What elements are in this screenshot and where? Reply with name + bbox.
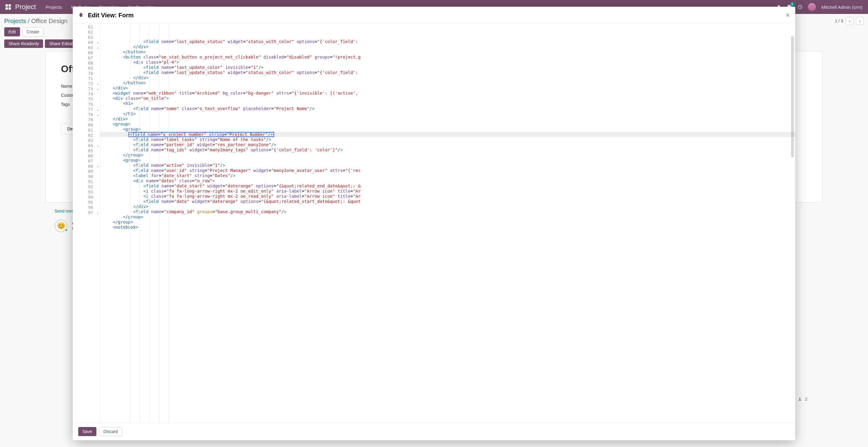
code-line-69[interactable]: </button> <box>100 80 795 86</box>
code-line-80[interactable]: <field name="label_tasks" string="Name o… <box>100 137 795 142</box>
message-count: 5 <box>790 2 795 6</box>
code-line-70[interactable]: </div> <box>100 86 795 91</box>
edit-view-modal: Edit View: Form × 61626364▾65▾6667686970… <box>73 7 795 238</box>
code-line-97[interactable]: <notebook> <box>100 225 795 230</box>
activity-icon[interactable] <box>798 4 803 9</box>
code-line-77[interactable]: <group> <box>100 122 795 127</box>
code-line-73[interactable]: <h1> <box>100 101 795 106</box>
code-line-82[interactable]: <field name="tag_ids" widget="many2many_… <box>100 147 795 152</box>
code-line-96[interactable]: </group> <box>100 219 795 225</box>
code-line-64[interactable]: <button class="oe_stat_button o_project_… <box>100 55 795 60</box>
pager-next-button[interactable]: › <box>856 17 864 25</box>
code-line-76[interactable]: </div> <box>100 116 795 122</box>
code-line-68[interactable]: </div> <box>100 75 795 80</box>
close-icon[interactable]: × <box>785 11 790 20</box>
app-brand: Project <box>15 3 36 11</box>
user-name[interactable]: Mitchell Admin (crm) <box>821 4 863 10</box>
avatar[interactable] <box>808 3 816 11</box>
scrollbar[interactable] <box>791 36 794 157</box>
code-line-94[interactable]: <field name="company_id" groups="base.gr… <box>100 209 795 214</box>
create-button[interactable]: Create <box>22 27 44 36</box>
code-line-92[interactable]: <field name="date" widget="daterange" op… <box>100 199 795 204</box>
code-line-83[interactable]: </group> <box>100 152 795 158</box>
code-line-93[interactable]: </div> <box>100 204 795 209</box>
bug-icon <box>78 12 84 18</box>
code-line-65[interactable]: <div class="pl-4"> <box>100 60 795 65</box>
modal-title: Edit View: Form <box>88 12 134 19</box>
code-line-62[interactable]: </div> <box>100 44 795 50</box>
code-line-95[interactable]: </group> <box>100 214 795 219</box>
pager-prev-button[interactable]: ‹ <box>845 17 854 25</box>
code-editor[interactable]: 61626364▾65▾66676869707172▾73▾74757677▾7… <box>73 24 795 238</box>
code-line-86[interactable]: <field name="user_id" string="Project Ma… <box>100 168 795 173</box>
code-line-79[interactable]: <field name="x_project_number" string="P… <box>100 132 795 137</box>
share-readonly-button[interactable]: Share Readonly <box>4 39 43 48</box>
modal-header: Edit View: Form × <box>73 7 795 24</box>
bot-avatar: 😊 <box>55 219 67 232</box>
code-line-67[interactable]: <field name="last_update_status" widget=… <box>100 70 795 75</box>
pager: 1 / 3 ‹ › <box>835 17 864 25</box>
breadcrumb-parent[interactable]: Projects <box>4 18 26 24</box>
code-line-71[interactable]: <widget name="web_ribbon" title="Archive… <box>100 91 795 96</box>
code-line-81[interactable]: <field name="partner_id" widget="res_par… <box>100 142 795 147</box>
menu-projects[interactable]: Projects <box>45 4 62 10</box>
pager-text: 1 / 3 <box>835 19 843 23</box>
code-line-72[interactable]: <div class="oe_title"> <box>100 96 795 101</box>
breadcrumb-current: Office Design <box>31 18 68 24</box>
code-line-88[interactable]: <div name="dates" class="o_row"> <box>100 178 795 183</box>
code-line-78[interactable]: <group> <box>100 127 795 132</box>
code-line-89[interactable]: <field name="date_start" widget="dateran… <box>100 183 795 189</box>
code-line-90[interactable]: <i class="fa fa-long-arrow-right mx-2 oe… <box>100 189 795 194</box>
code-line-85[interactable]: <field name="active" invisible="1"/> <box>100 163 795 168</box>
code-line-87[interactable]: <label for="date_start" string="Dates"/> <box>100 173 795 178</box>
code-line-63[interactable]: </button> <box>100 50 795 55</box>
code-line-61[interactable]: <field name="last_update_status" widget=… <box>100 39 795 44</box>
edit-button[interactable]: Edit <box>4 27 20 36</box>
code-line-74[interactable]: <field name="name" class="o_text_overflo… <box>100 106 795 111</box>
code-line-84[interactable]: <group> <box>100 158 795 163</box>
apps-icon[interactable] <box>5 4 11 10</box>
code-line-75[interactable]: </h1> <box>100 111 795 116</box>
breadcrumb: Projects / Office Design <box>4 18 68 25</box>
code-line-66[interactable]: <field name="last_update_color" invisibl… <box>100 65 795 70</box>
code-line-91[interactable]: <i class="fa fa-long-arrow-right mx-2 oe… <box>100 194 795 199</box>
